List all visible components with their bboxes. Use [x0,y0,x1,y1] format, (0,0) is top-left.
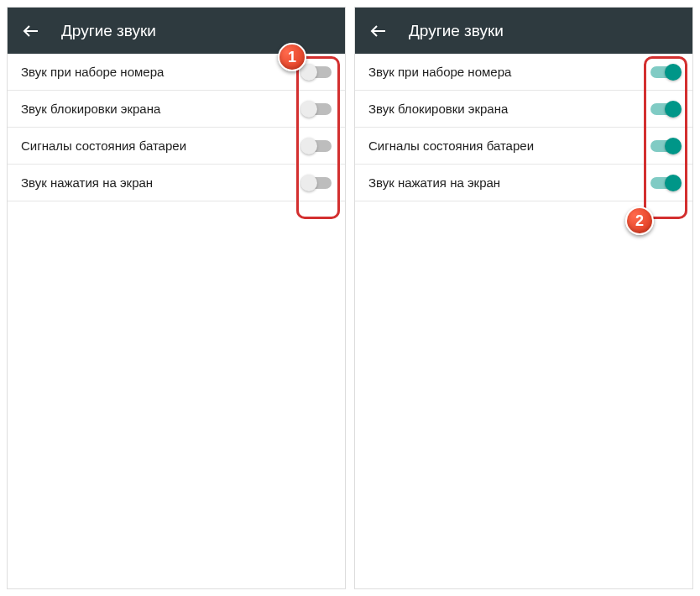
toggle-switch[interactable] [303,177,332,189]
settings-list: Звук при наборе номера Звук блокировки э… [8,54,345,588]
app-bar: Другие звуки [8,8,345,54]
toggle-switch[interactable] [650,103,679,115]
panel-left: Другие звуки Звук при наборе номера Звук… [7,7,346,589]
settings-list: Звук при наборе номера Звук блокировки э… [355,54,692,588]
app-bar: Другие звуки [355,8,692,54]
toggle-switch[interactable] [303,140,332,152]
toggle-switch[interactable] [650,66,679,78]
setting-dial-sound[interactable]: Звук при наборе номера [8,54,345,91]
setting-lock-sound[interactable]: Звук блокировки экрана [355,91,692,128]
toggle-switch[interactable] [650,177,679,189]
setting-label: Звук при наборе номера [21,65,164,79]
toggle-switch[interactable] [650,140,679,152]
setting-label: Звук блокировки экрана [21,102,160,116]
setting-label: Звук при наборе номера [368,65,511,79]
back-arrow-icon[interactable] [368,21,389,41]
back-arrow-icon[interactable] [21,21,41,41]
page-title: Другие звуки [61,22,156,40]
setting-label: Звук нажатия на экран [21,175,153,190]
setting-battery-sound[interactable]: Сигналы состояния батареи [355,128,692,165]
toggle-switch[interactable] [303,103,332,115]
page-title: Другие звуки [409,22,504,40]
setting-label: Звук блокировки экрана [368,102,508,116]
setting-lock-sound[interactable]: Звук блокировки экрана [8,91,345,128]
setting-label: Звук нажатия на экран [368,175,500,190]
toggle-switch[interactable] [303,66,332,78]
setting-label: Сигналы состояния батареи [21,139,186,153]
setting-battery-sound[interactable]: Сигналы состояния батареи [8,128,345,165]
setting-label: Сигналы состояния батареи [368,139,534,153]
setting-touch-sound[interactable]: Звук нажатия на экран [8,165,345,201]
setting-dial-sound[interactable]: Звук при наборе номера [355,54,692,91]
setting-touch-sound[interactable]: Звук нажатия на экран [355,165,692,201]
panel-right: Другие звуки Звук при наборе номера Звук… [354,7,693,589]
